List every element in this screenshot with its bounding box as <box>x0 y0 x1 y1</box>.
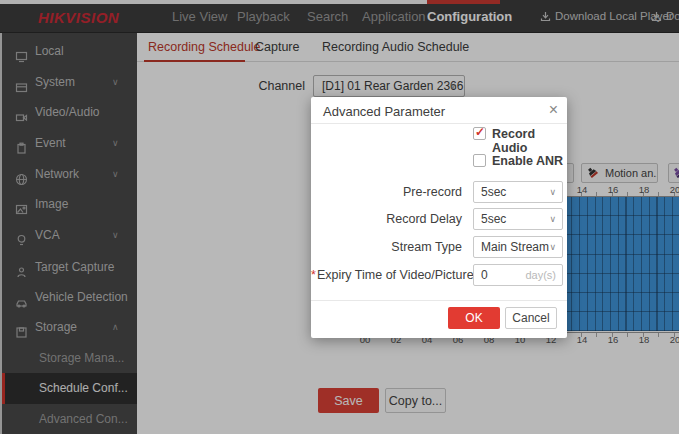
cancel-button[interactable]: Cancel <box>505 307 557 329</box>
footer-divider <box>311 300 567 301</box>
advanced-parameter-dialog: Advanced Parameter × ✓ Record Audio Enab… <box>311 97 567 338</box>
chevron-down-icon: ∨ <box>549 237 556 257</box>
required-asterisk: * <box>311 268 316 282</box>
expiry-time-label: *Expiry Time of Video/Picture <box>311 268 462 282</box>
expiry-time-input[interactable]: 0 day(s) <box>473 264 563 286</box>
enable-anr-checkbox[interactable] <box>473 154 486 167</box>
record-delay-select[interactable]: 5sec∨ <box>473 208 563 230</box>
chevron-down-icon: ∨ <box>549 209 556 229</box>
pre-record-select[interactable]: 5sec∨ <box>473 181 563 203</box>
enable-anr-label: Enable ANR <box>492 154 563 168</box>
close-icon[interactable]: × <box>549 100 558 120</box>
ok-button[interactable]: OK <box>448 307 500 329</box>
record-delay-label: Record Delay <box>311 212 462 226</box>
check-icon: ✓ <box>475 125 485 139</box>
record-delay-row: Record Delay 5sec∨ <box>311 208 567 230</box>
record-audio-checkbox[interactable]: ✓ <box>473 127 486 140</box>
pre-record-row: Pre-record 5sec∨ <box>311 181 567 203</box>
stream-type-label: Stream Type <box>311 240 462 254</box>
dialog-title: Advanced Parameter <box>323 104 445 119</box>
dialog-header: Advanced Parameter × <box>311 97 567 124</box>
enable-anr-row: Enable ANR <box>311 154 567 169</box>
record-audio-label: Record Audio <box>492 127 567 155</box>
chevron-down-icon: ∨ <box>549 182 556 202</box>
expiry-time-row: *Expiry Time of Video/Picture 0 day(s) <box>311 264 567 286</box>
stream-type-select[interactable]: Main Stream∨ <box>473 236 563 258</box>
app-window: HIKVISION Live View Playback Search Appl… <box>0 0 679 434</box>
days-unit-label: day(s) <box>525 269 556 281</box>
record-audio-row: ✓ Record Audio <box>311 127 567 142</box>
stream-type-row: Stream Type Main Stream∨ <box>311 236 567 258</box>
pre-record-label: Pre-record <box>311 185 462 199</box>
